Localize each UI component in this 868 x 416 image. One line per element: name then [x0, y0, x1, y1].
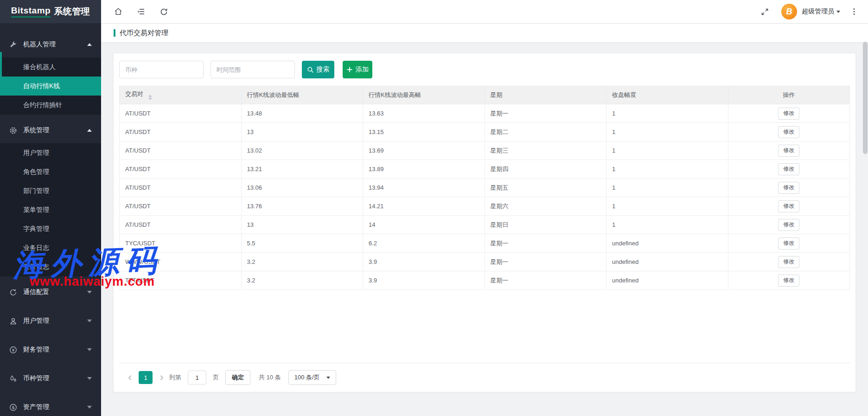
close-cell: 1 — [606, 160, 728, 179]
edit-button[interactable]: 修改 — [778, 108, 799, 120]
actions-cell: 修改 — [728, 216, 850, 234]
pair-cell: AT/USDT — [120, 160, 242, 179]
add-button[interactable]: 添加 — [343, 61, 372, 78]
sidebar-menu: 机器人管理撮合机器人自动行情K线合约行情插针系统管理用户管理角色管理部门管理菜单… — [0, 23, 101, 416]
sidebar-item[interactable]: 角色管理 — [0, 162, 101, 181]
sidebar-section: 用户管理 — [0, 308, 101, 334]
max-cell: 13.94 — [363, 179, 485, 197]
table-row: AT/USDT13.2113.89星期四1修改 — [120, 160, 850, 179]
max-cell: 13.63 — [363, 104, 485, 123]
max-cell: 14.21 — [363, 197, 485, 216]
min-cell: 3.2 — [241, 253, 363, 271]
sidebar-item[interactable]: 菜单管理 — [0, 200, 101, 219]
chevron-up-icon — [87, 129, 92, 132]
edit-button[interactable]: 修改 — [778, 163, 799, 175]
fold-menu-icon[interactable] — [136, 7, 146, 16]
add-button-label: 添加 — [356, 65, 369, 74]
home-icon[interactable] — [114, 7, 123, 16]
sidebar-item[interactable]: 登录日志 — [0, 257, 101, 276]
min-cell: 3.2 — [241, 271, 363, 290]
goto-page-input[interactable] — [188, 371, 206, 384]
avatar-letter: B — [786, 7, 792, 17]
sidebar-scrollbar-thumb[interactable] — [0, 52, 2, 78]
max-cell: 3.9 — [363, 271, 485, 290]
sidebar-section-1[interactable]: 机器人管理 — [0, 32, 101, 58]
search-button-label: 搜索 — [317, 65, 330, 74]
sidebar-section-label: 币种管理 — [23, 374, 87, 383]
edit-button[interactable]: 修改 — [778, 237, 799, 250]
min-cell: 13 — [241, 216, 363, 234]
max-cell: 13.69 — [363, 141, 485, 160]
title-accent-bar — [114, 29, 115, 37]
pair-cell: AT/USDT — [120, 123, 242, 141]
fullscreen-icon[interactable] — [760, 7, 769, 16]
table-row: AT/USDT1313.15星期二1修改 — [120, 123, 850, 141]
sidebar-submenu: 撮合机器人自动行情K线合约行情插针 — [0, 58, 101, 115]
currency-input[interactable] — [119, 61, 204, 78]
logo-suffix: 系统管理 — [54, 6, 90, 18]
chevron-down-icon — [87, 320, 92, 322]
min-cell: 13.48 — [241, 104, 363, 123]
sidebar-section-4[interactable]: 用户管理 — [0, 308, 101, 334]
sidebar-section: 通信配置 — [0, 279, 101, 305]
sidebar-section-2[interactable]: 系统管理 — [0, 117, 101, 143]
edit-button[interactable]: 修改 — [778, 145, 799, 157]
edit-button[interactable]: 修改 — [778, 126, 799, 138]
sidebar-item[interactable]: 字典管理 — [0, 219, 101, 238]
sidebar-item[interactable]: 自动行情K线 — [0, 77, 101, 96]
sidebar-item[interactable]: 用户管理 — [0, 143, 101, 162]
actions-cell: 修改 — [728, 104, 850, 123]
actions-cell: 修改 — [728, 197, 850, 216]
min-cell: 13 — [241, 123, 363, 141]
table-row: AT/USDT1314星期日1修改 — [120, 216, 850, 234]
edit-button[interactable]: 修改 — [778, 182, 799, 194]
page-number-button[interactable]: 1 — [139, 371, 153, 384]
sidebar-item[interactable]: 部门管理 — [0, 181, 101, 200]
edit-button[interactable]: 修改 — [778, 275, 799, 287]
table-row: AT/USDT13.7614.21星期六1修改 — [120, 197, 850, 216]
page-size-select[interactable]: 100 条/页 — [288, 370, 336, 385]
week-cell: 星期一 — [485, 271, 606, 290]
filter-bar: 搜索 添加 — [119, 61, 850, 78]
yen-icon: ¥ — [9, 346, 17, 354]
min-cell: 13.76 — [241, 197, 363, 216]
close-cell: undefined — [606, 234, 728, 253]
edit-button[interactable]: 修改 — [778, 256, 799, 268]
user-dropdown-trigger[interactable]: B 超级管理员 — [769, 4, 840, 19]
week-cell: 星期日 — [485, 216, 606, 234]
actions-cell: 修改 — [728, 123, 850, 141]
chevron-up-icon — [87, 43, 92, 46]
close-cell: undefined — [606, 271, 728, 290]
sidebar-item[interactable]: 合约行情插针 — [0, 96, 101, 115]
close-cell: 1 — [606, 216, 728, 234]
kebab-menu-icon[interactable] — [849, 7, 859, 16]
app-root: Bitstamp 系统管理 机器人管理撮合机器人自动行情K线合约行情插针系统管理… — [0, 0, 868, 416]
edit-button[interactable]: 修改 — [778, 219, 799, 231]
min-cell: 5.5 — [241, 234, 363, 253]
plus-icon — [346, 66, 353, 73]
table-row: AT/USDT13.0613.94星期五1修改 — [120, 179, 850, 197]
edit-button[interactable]: 修改 — [778, 200, 799, 212]
daterange-input[interactable] — [211, 61, 295, 78]
page-title: 代币交易对管理 — [120, 29, 168, 38]
sidebar-item[interactable]: 业务日志 — [0, 238, 101, 257]
page-scrollbar-thumb[interactable] — [863, 42, 868, 154]
prev-page-icon[interactable] — [125, 371, 135, 384]
next-page-icon[interactable] — [156, 371, 166, 384]
sidebar-section-5[interactable]: ¥财务管理 — [0, 337, 101, 363]
sidebar-section-3[interactable]: 通信配置 — [0, 279, 101, 305]
sidebar-item[interactable]: 撮合机器人 — [0, 58, 101, 77]
pair-cell: AT/USDT — [120, 216, 242, 234]
close-cell: 1 — [606, 104, 728, 123]
column-header-pair[interactable]: 交易对 — [120, 86, 242, 104]
goto-prefix-label: 到第 — [169, 373, 181, 382]
confirm-button[interactable]: 确定 — [225, 370, 250, 385]
actions-cell: 修改 — [728, 253, 850, 271]
dollar-icon: $ — [9, 403, 17, 411]
refresh-icon[interactable] — [159, 7, 168, 16]
search-button[interactable]: 搜索 — [302, 61, 334, 78]
sidebar-section-7[interactable]: $资产管理 — [0, 394, 101, 416]
sort-icon[interactable] — [148, 95, 152, 100]
sidebar-section-6[interactable]: 币种管理 — [0, 365, 101, 391]
max-cell: 6.2 — [363, 234, 485, 253]
